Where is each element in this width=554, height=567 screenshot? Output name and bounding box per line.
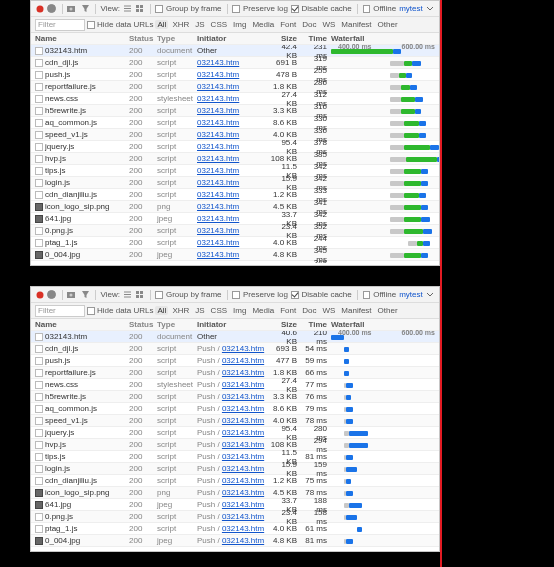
initiator-link[interactable]: 032143.htm xyxy=(222,368,264,377)
cell-name[interactable]: 0.png.js xyxy=(31,226,129,235)
cell-name[interactable]: ptag_1.js xyxy=(31,524,129,533)
col-name[interactable]: Name xyxy=(31,320,129,329)
cell-name[interactable]: news.css xyxy=(31,380,129,389)
cell-name[interactable]: 0.png.js xyxy=(31,512,129,521)
hide-data-urls-checkbox[interactable] xyxy=(87,21,95,29)
initiator-link[interactable]: 032143.htm xyxy=(222,500,264,509)
cell-name[interactable]: h5rewrite.js xyxy=(31,106,129,115)
col-initiator[interactable]: Initiator xyxy=(197,34,269,43)
cell-name[interactable]: push.js xyxy=(31,70,129,79)
table-row[interactable]: 0.png.js 200 script 032143.htm 23.4 KB 3… xyxy=(31,225,439,237)
table-row[interactable]: login.js 200 script 032143.htm 15.9 KB 3… xyxy=(31,177,439,189)
table-row[interactable]: 0.jpg 200 jpeg Push / 032143.htm 4.8 KB … xyxy=(31,547,439,549)
disable-cache-checkbox[interactable] xyxy=(291,291,299,299)
cell-name[interactable]: cdn_djl.js xyxy=(31,344,129,353)
clear-icon[interactable] xyxy=(47,4,56,14)
filter-type-media[interactable]: Media xyxy=(250,306,276,315)
filter-type-xhr[interactable]: XHR xyxy=(170,20,191,29)
filter-icon[interactable] xyxy=(80,4,89,14)
cell-name[interactable]: 0_004.jpg xyxy=(31,536,129,545)
initiator-link[interactable]: 032143.htm xyxy=(222,536,264,545)
initiator-link[interactable]: 032143.htm xyxy=(197,238,239,247)
table-row[interactable]: aq_common.js 200 script Push / 032143.ht… xyxy=(31,403,439,415)
cell-name[interactable]: hvp.js xyxy=(31,154,129,163)
initiator-link[interactable]: 032143.htm xyxy=(197,202,239,211)
filter-type-font[interactable]: Font xyxy=(278,20,298,29)
cell-name[interactable]: 641.jpg xyxy=(31,500,129,509)
table-row[interactable]: jquery.js 200 script Push / 032143.htm 9… xyxy=(31,427,439,439)
cell-name[interactable]: reportfailure.js xyxy=(31,368,129,377)
record-icon[interactable] xyxy=(35,290,44,300)
initiator-link[interactable]: 032143.htm xyxy=(197,190,239,199)
col-size[interactable]: Size xyxy=(269,34,301,43)
initiator-link[interactable]: 032143.htm xyxy=(197,142,239,151)
preserve-log-checkbox[interactable] xyxy=(232,5,240,13)
capture-screenshots-icon[interactable] xyxy=(67,4,77,14)
col-status[interactable]: Status xyxy=(129,320,157,329)
filter-type-css[interactable]: CSS xyxy=(209,20,229,29)
cell-name[interactable]: jquery.js xyxy=(31,428,129,437)
table-row[interactable]: cdn_dianjiliu.js 200 script 032143.htm 1… xyxy=(31,189,439,201)
offline-checkbox[interactable] xyxy=(363,5,371,13)
cell-name[interactable]: cdn_djl.js xyxy=(31,58,129,67)
filter-type-ws[interactable]: WS xyxy=(320,306,337,315)
table-row[interactable]: 641.jpg 200 jpeg 032143.htm 33.7 KB 342 … xyxy=(31,213,439,225)
filter-type-all[interactable]: All xyxy=(155,306,168,315)
table-row[interactable]: news.css 200 stylesheet 032143.htm 27.4 … xyxy=(31,93,439,105)
table-row[interactable]: reportfailure.js 200 script Push / 03214… xyxy=(31,367,439,379)
filter-type-img[interactable]: Img xyxy=(231,20,248,29)
initiator-link[interactable]: 032143.htm xyxy=(222,428,264,437)
filter-type-font[interactable]: Font xyxy=(278,306,298,315)
initiator-link[interactable]: 032143.htm xyxy=(197,94,239,103)
table-row[interactable]: reportfailure.js 200 script 032143.htm 1… xyxy=(31,81,439,93)
cell-name[interactable]: icon_logo_sip.png xyxy=(31,488,129,497)
initiator-link[interactable]: 032143.htm xyxy=(222,464,264,473)
col-waterfall[interactable]: Waterfall400.00 ms600.00 ms xyxy=(331,34,439,44)
view-list-icon[interactable] xyxy=(123,290,132,300)
filter-input[interactable]: Filter xyxy=(35,305,85,317)
filter-type-media[interactable]: Media xyxy=(250,20,276,29)
col-size[interactable]: Size xyxy=(269,320,301,329)
initiator-link[interactable]: 032143.htm xyxy=(222,524,264,533)
initiator-link[interactable]: 032143.htm xyxy=(222,404,264,413)
initiator-link[interactable]: 032143.htm xyxy=(222,452,264,461)
cell-name[interactable]: cdn_dianjiliu.js xyxy=(31,190,129,199)
initiator-link[interactable]: 032143.htm xyxy=(197,130,239,139)
throttling-select[interactable]: mytest xyxy=(399,290,423,299)
initiator-link[interactable]: 032143.htm xyxy=(222,392,264,401)
cell-name[interactable]: cdn_dianjiliu.js xyxy=(31,476,129,485)
disable-cache-checkbox[interactable] xyxy=(291,5,299,13)
filter-type-js[interactable]: JS xyxy=(193,20,206,29)
cell-name[interactable]: speed_v1.js xyxy=(31,416,129,425)
cell-name[interactable]: speed_v1.js xyxy=(31,130,129,139)
col-status[interactable]: Status xyxy=(129,34,157,43)
initiator-link[interactable]: 032143.htm xyxy=(222,548,264,549)
table-row[interactable]: cdn_dianjiliu.js 200 script Push / 03214… xyxy=(31,475,439,487)
initiator-link[interactable]: 032143.htm xyxy=(197,58,239,67)
record-icon[interactable] xyxy=(35,4,44,14)
initiator-link[interactable]: 032143.htm xyxy=(197,70,239,79)
col-initiator[interactable]: Initiator xyxy=(197,320,269,329)
initiator-link[interactable]: 032143.htm xyxy=(197,106,239,115)
initiator-link[interactable]: 032143.htm xyxy=(197,262,239,263)
table-row[interactable]: tips.js 200 script Push / 032143.htm 11.… xyxy=(31,451,439,463)
filter-type-other[interactable]: Other xyxy=(376,306,400,315)
filter-type-img[interactable]: Img xyxy=(231,306,248,315)
initiator-link[interactable]: 032143.htm xyxy=(222,380,264,389)
table-row[interactable]: push.js 200 script Push / 032143.htm 477… xyxy=(31,355,439,367)
table-row[interactable]: icon_logo_sip.png 200 png 032143.htm 4.5… xyxy=(31,201,439,213)
table-row[interactable]: 0_004.jpg 200 jpeg Push / 032143.htm 4.8… xyxy=(31,535,439,547)
table-row[interactable]: aq_common.js 200 script 032143.htm 8.6 K… xyxy=(31,117,439,129)
initiator-link[interactable]: 032143.htm xyxy=(222,344,264,353)
cell-name[interactable]: hvp.js xyxy=(31,440,129,449)
cell-name[interactable]: push.js xyxy=(31,356,129,365)
table-row[interactable]: speed_v1.js 200 script 032143.htm 4.0 KB… xyxy=(31,129,439,141)
cell-name[interactable]: icon_logo_sip.png xyxy=(31,202,129,211)
filter-input[interactable]: Filter xyxy=(35,19,85,31)
table-row[interactable]: ptag_1.js 200 script Push / 032143.htm 4… xyxy=(31,523,439,535)
table-row[interactable]: h5rewrite.js 200 script 032143.htm 3.3 K… xyxy=(31,105,439,117)
initiator-link[interactable]: 032143.htm xyxy=(197,226,239,235)
throttling-select[interactable]: mytest xyxy=(399,4,423,13)
col-name[interactable]: Name xyxy=(31,34,129,43)
table-row[interactable]: news.css 200 stylesheet Push / 032143.ht… xyxy=(31,379,439,391)
